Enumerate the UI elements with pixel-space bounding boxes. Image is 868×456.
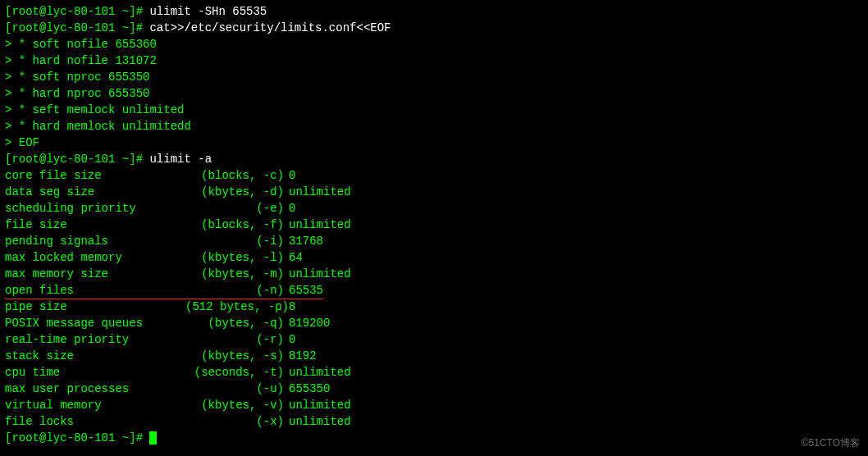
ulimit-spec: (-e) xyxy=(185,200,284,217)
ulimit-row: POSIX message queues(bytes, -q)819200 xyxy=(5,315,863,331)
ulimit-value: unlimited xyxy=(289,184,351,200)
ulimit-label: file locks xyxy=(5,413,185,430)
ulimit-label: file size xyxy=(5,217,185,233)
ulimit-label: pending signals xyxy=(5,233,185,249)
ulimit-label: max locked memory xyxy=(5,249,185,266)
ulimit-value: 65535 xyxy=(289,282,323,299)
ulimit-spec: (-r) xyxy=(185,331,284,348)
ulimit-value: 0 xyxy=(289,167,295,184)
heredoc-line: > EOF xyxy=(5,135,863,151)
ulimit-value: 819200 xyxy=(289,315,330,331)
ulimit-label: max user processes xyxy=(5,381,185,397)
ulimit-value: 0 xyxy=(289,331,295,348)
shell-prompt: [root@lyc-80-101 ~]# xyxy=(5,5,149,18)
ulimit-row: pending signals(-i)31768 xyxy=(5,233,863,249)
command-line[interactable]: [root@lyc-80-101 ~]# xyxy=(5,430,863,446)
ulimit-label: max memory size xyxy=(5,266,185,282)
ulimit-value: 8192 xyxy=(289,348,317,364)
shell-prompt: [root@lyc-80-101 ~]# xyxy=(5,431,149,445)
ulimit-spec: (blocks, -c) xyxy=(185,167,284,184)
ulimit-spec: (kbytes, -v) xyxy=(185,397,284,413)
command-line: [root@lyc-80-101 ~]# ulimit -SHn 65535 xyxy=(5,3,863,20)
ulimit-label: stack size xyxy=(5,348,185,364)
ulimit-spec: (kbytes, -s) xyxy=(185,348,284,364)
cursor-icon xyxy=(149,431,157,445)
ulimit-label: core file size xyxy=(5,167,185,184)
heredoc-line: > * hard memlock unlimitedd xyxy=(5,118,863,135)
ulimit-spec: (kbytes, -m) xyxy=(185,266,284,282)
ulimit-row: file size(blocks, -f)unlimited xyxy=(5,217,863,233)
ulimit-value: 0 xyxy=(289,200,295,217)
ulimit-spec: (-x) xyxy=(185,413,284,430)
ulimit-row: cpu time(seconds, -t)unlimited xyxy=(5,364,863,381)
command-text: ulimit -a xyxy=(149,153,212,166)
ulimit-value: unlimited xyxy=(289,217,351,233)
ulimit-label: pipe size xyxy=(5,299,185,315)
ulimit-row: core file size(blocks, -c)0 xyxy=(5,167,863,184)
ulimit-value: unlimited xyxy=(289,364,351,381)
ulimit-row: pipe size(512 bytes, -p)8 xyxy=(5,299,863,315)
ulimit-spec: (kbytes, -l) xyxy=(185,249,284,266)
ulimit-row: file locks(-x)unlimited xyxy=(5,413,863,430)
ulimit-row: virtual memory(kbytes, -v)unlimited xyxy=(5,397,863,413)
ulimit-row: stack size(kbytes, -s)8192 xyxy=(5,348,863,364)
ulimit-spec: (bytes, -q) xyxy=(185,315,284,331)
ulimit-spec: (kbytes, -d) xyxy=(185,184,284,200)
heredoc-line: > * hard nofile 131072 xyxy=(5,52,863,69)
ulimit-spec: (512 bytes, -p) xyxy=(185,299,284,315)
shell-prompt: [root@lyc-80-101 ~]# xyxy=(5,21,149,34)
ulimit-row: real-time priority(-r)0 xyxy=(5,331,863,348)
ulimit-value: unlimited xyxy=(289,413,351,430)
ulimit-spec: (-u) xyxy=(185,381,284,397)
ulimit-row: scheduling priority(-e)0 xyxy=(5,200,863,217)
command-line: [root@lyc-80-101 ~]# cat>>/etc/security/… xyxy=(5,20,863,36)
command-text: cat>>/etc/security/limits.conf<<EOF xyxy=(149,21,391,34)
ulimit-row: max user processes(-u)655350 xyxy=(5,381,863,397)
watermark-text: ©51CTO博客 xyxy=(802,435,860,451)
ulimit-value: 64 xyxy=(289,249,303,266)
ulimit-label: virtual memory xyxy=(5,397,185,413)
ulimit-spec: (seconds, -t) xyxy=(185,364,284,381)
ulimit-spec: (blocks, -f) xyxy=(185,217,284,233)
heredoc-line: > * seft memlock unlimited xyxy=(5,102,863,118)
ulimit-label: cpu time xyxy=(5,364,185,381)
ulimit-label: open files xyxy=(5,282,185,299)
command-text: ulimit -SHn 65535 xyxy=(149,5,267,18)
highlighted-row: open files(-n)65535 xyxy=(5,282,323,299)
ulimit-label: data seg size xyxy=(5,184,185,200)
ulimit-row: max memory size(kbytes, -m)unlimited xyxy=(5,266,863,282)
ulimit-value: 8 xyxy=(289,299,295,315)
ulimit-row: data seg size(kbytes, -d)unlimited xyxy=(5,184,863,200)
heredoc-line: > * hard nproc 655350 xyxy=(5,85,863,102)
ulimit-spec: (-n) xyxy=(185,282,284,299)
ulimit-row: open files(-n)65535 xyxy=(5,282,863,299)
ulimit-spec: (-i) xyxy=(185,233,284,249)
heredoc-line: > * soft nproc 655350 xyxy=(5,69,863,85)
terminal-output: [root@lyc-80-101 ~]# ulimit -SHn 65535 [… xyxy=(5,3,863,446)
shell-prompt: [root@lyc-80-101 ~]# xyxy=(5,153,149,166)
ulimit-row: max locked memory(kbytes, -l)64 xyxy=(5,249,863,266)
ulimit-label: real-time priority xyxy=(5,331,185,348)
ulimit-value: 31768 xyxy=(289,233,323,249)
ulimit-value: 655350 xyxy=(289,381,330,397)
ulimit-value: unlimited xyxy=(289,266,351,282)
ulimit-value: unlimited xyxy=(289,397,351,413)
ulimit-label: POSIX message queues xyxy=(5,315,185,331)
ulimit-label: scheduling priority xyxy=(5,200,185,217)
heredoc-line: > * soft nofile 655360 xyxy=(5,36,863,52)
command-line: [root@lyc-80-101 ~]# ulimit -a xyxy=(5,151,863,167)
